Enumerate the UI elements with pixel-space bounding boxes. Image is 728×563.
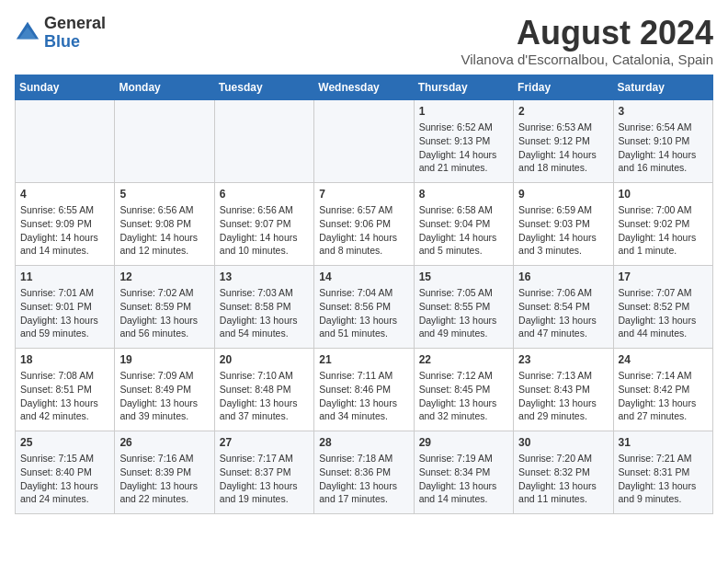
calendar-cell: 2Sunrise: 6:53 AMSunset: 9:12 PMDaylight… (514, 99, 613, 182)
calendar-cell: 11Sunrise: 7:01 AMSunset: 9:01 PMDayligh… (16, 265, 115, 348)
calendar-cell: 26Sunrise: 7:16 AMSunset: 8:39 PMDayligh… (115, 431, 214, 513)
header-thursday: Thursday (414, 75, 513, 99)
day-number: 1 (419, 104, 508, 120)
header-row: Sunday Monday Tuesday Wednesday Thursday… (16, 75, 713, 99)
day-number: 20 (220, 352, 309, 368)
calendar-cell: 1Sunrise: 6:52 AMSunset: 9:13 PMDaylight… (414, 99, 513, 182)
calendar-cell: 3Sunrise: 6:54 AMSunset: 9:10 PMDaylight… (613, 99, 712, 182)
day-number: 11 (20, 270, 109, 285)
day-info: Sunrise: 7:16 AMSunset: 8:39 PMDaylight:… (119, 452, 209, 506)
day-info: Sunrise: 6:54 AMSunset: 9:10 PMDaylight:… (619, 121, 708, 175)
day-info: Sunrise: 7:18 AMSunset: 8:36 PMDaylight:… (319, 452, 408, 506)
day-info: Sunrise: 6:58 AMSunset: 9:04 PMDaylight:… (419, 203, 508, 258)
calendar-cell: 21Sunrise: 7:11 AMSunset: 8:46 PMDayligh… (314, 348, 414, 431)
day-number: 16 (518, 270, 608, 285)
day-info: Sunrise: 7:15 AMSunset: 8:40 PMDaylight:… (20, 452, 109, 506)
day-number: 25 (20, 435, 109, 451)
calendar-cell: 23Sunrise: 7:13 AMSunset: 8:43 PMDayligh… (514, 348, 613, 431)
day-info: Sunrise: 7:14 AMSunset: 8:42 PMDaylight:… (619, 369, 708, 423)
day-info: Sunrise: 6:53 AMSunset: 9:12 PMDaylight:… (518, 121, 608, 175)
day-info: Sunrise: 7:02 AMSunset: 8:59 PMDaylight:… (119, 286, 209, 340)
calendar-cell: 31Sunrise: 7:21 AMSunset: 8:31 PMDayligh… (613, 431, 712, 513)
calendar-cell: 12Sunrise: 7:02 AMSunset: 8:59 PMDayligh… (115, 265, 214, 348)
calendar-cell: 28Sunrise: 7:18 AMSunset: 8:36 PMDayligh… (314, 431, 414, 513)
title-block: August 2024 Vilanova d'Escornalbou, Cata… (461, 15, 713, 67)
day-number: 30 (518, 435, 608, 451)
calendar-week-4: 18Sunrise: 7:08 AMSunset: 8:51 PMDayligh… (16, 348, 713, 431)
calendar-cell: 16Sunrise: 7:06 AMSunset: 8:54 PMDayligh… (514, 265, 613, 348)
day-info: Sunrise: 7:05 AMSunset: 8:55 PMDaylight:… (419, 286, 508, 340)
calendar-week-1: 1Sunrise: 6:52 AMSunset: 9:13 PMDaylight… (16, 99, 713, 182)
calendar-cell: 24Sunrise: 7:14 AMSunset: 8:42 PMDayligh… (613, 348, 712, 431)
day-info: Sunrise: 7:13 AMSunset: 8:43 PMDaylight:… (518, 369, 608, 423)
calendar-cell: 15Sunrise: 7:05 AMSunset: 8:55 PMDayligh… (414, 265, 513, 348)
day-number: 23 (518, 352, 608, 368)
day-number: 31 (619, 435, 708, 451)
calendar-week-5: 25Sunrise: 7:15 AMSunset: 8:40 PMDayligh… (16, 431, 713, 513)
day-info: Sunrise: 7:17 AMSunset: 8:37 PMDaylight:… (220, 452, 309, 506)
day-info: Sunrise: 7:04 AMSunset: 8:56 PMDaylight:… (319, 286, 408, 340)
calendar-cell: 29Sunrise: 7:19 AMSunset: 8:34 PMDayligh… (414, 431, 513, 513)
calendar-cell: 25Sunrise: 7:15 AMSunset: 8:40 PMDayligh… (16, 431, 115, 513)
day-info: Sunrise: 7:07 AMSunset: 8:52 PMDaylight:… (619, 286, 708, 340)
day-info: Sunrise: 7:11 AMSunset: 8:46 PMDaylight:… (319, 369, 408, 423)
day-number: 29 (419, 435, 508, 451)
logo-icon (15, 20, 40, 46)
calendar-cell: 9Sunrise: 6:59 AMSunset: 9:03 PMDaylight… (514, 182, 613, 265)
day-info: Sunrise: 7:03 AMSunset: 8:58 PMDaylight:… (220, 286, 309, 340)
day-number: 6 (220, 187, 309, 202)
day-number: 5 (119, 187, 209, 202)
calendar-body: 1Sunrise: 6:52 AMSunset: 9:13 PMDaylight… (16, 99, 713, 513)
header-monday: Monday (115, 75, 214, 99)
day-info: Sunrise: 6:57 AMSunset: 9:06 PMDaylight:… (319, 203, 408, 258)
calendar-cell: 19Sunrise: 7:09 AMSunset: 8:49 PMDayligh… (115, 348, 214, 431)
month-year-title: August 2024 (461, 15, 713, 52)
calendar-cell (16, 99, 115, 182)
day-number: 19 (119, 352, 209, 368)
calendar-table: Sunday Monday Tuesday Wednesday Thursday… (15, 75, 713, 514)
day-info: Sunrise: 6:55 AMSunset: 9:09 PMDaylight:… (20, 203, 109, 258)
page-header: General Blue August 2024 Vilanova d'Esco… (15, 15, 713, 67)
day-number: 9 (518, 187, 608, 202)
day-info: Sunrise: 6:52 AMSunset: 9:13 PMDaylight:… (419, 121, 508, 175)
calendar-cell: 22Sunrise: 7:12 AMSunset: 8:45 PMDayligh… (414, 348, 513, 431)
day-number: 14 (319, 270, 408, 285)
day-number: 15 (419, 270, 508, 285)
day-number: 13 (220, 270, 309, 285)
day-number: 17 (619, 270, 708, 285)
day-number: 2 (518, 104, 608, 120)
day-info: Sunrise: 7:21 AMSunset: 8:31 PMDaylight:… (619, 452, 708, 506)
day-info: Sunrise: 7:12 AMSunset: 8:45 PMDaylight:… (419, 369, 508, 423)
header-tuesday: Tuesday (214, 75, 313, 99)
calendar-cell: 4Sunrise: 6:55 AMSunset: 9:09 PMDaylight… (16, 182, 115, 265)
day-number: 4 (20, 187, 109, 202)
calendar-cell: 17Sunrise: 7:07 AMSunset: 8:52 PMDayligh… (613, 265, 712, 348)
day-info: Sunrise: 7:06 AMSunset: 8:54 PMDaylight:… (518, 286, 608, 340)
calendar-cell (314, 99, 414, 182)
header-sunday: Sunday (16, 75, 115, 99)
day-number: 26 (119, 435, 209, 451)
day-info: Sunrise: 6:56 AMSunset: 9:07 PMDaylight:… (220, 203, 309, 258)
calendar-cell (115, 99, 214, 182)
day-number: 21 (319, 352, 408, 368)
day-number: 12 (119, 270, 209, 285)
day-info: Sunrise: 7:00 AMSunset: 9:02 PMDaylight:… (619, 203, 708, 258)
day-number: 8 (419, 187, 508, 202)
day-number: 27 (220, 435, 309, 451)
calendar-week-3: 11Sunrise: 7:01 AMSunset: 9:01 PMDayligh… (16, 265, 713, 348)
calendar-cell: 6Sunrise: 6:56 AMSunset: 9:07 PMDaylight… (214, 182, 313, 265)
day-info: Sunrise: 7:20 AMSunset: 8:32 PMDaylight:… (518, 452, 608, 506)
day-info: Sunrise: 7:10 AMSunset: 8:48 PMDaylight:… (220, 369, 309, 423)
calendar-cell: 27Sunrise: 7:17 AMSunset: 8:37 PMDayligh… (214, 431, 313, 513)
header-friday: Friday (514, 75, 613, 99)
calendar-week-2: 4Sunrise: 6:55 AMSunset: 9:09 PMDaylight… (16, 182, 713, 265)
day-info: Sunrise: 7:09 AMSunset: 8:49 PMDaylight:… (119, 369, 209, 423)
calendar-cell: 18Sunrise: 7:08 AMSunset: 8:51 PMDayligh… (16, 348, 115, 431)
calendar-cell: 10Sunrise: 7:00 AMSunset: 9:02 PMDayligh… (613, 182, 712, 265)
header-wednesday: Wednesday (314, 75, 414, 99)
day-number: 7 (319, 187, 408, 202)
day-number: 18 (20, 352, 109, 368)
logo: General Blue (15, 15, 106, 52)
calendar-cell (214, 99, 313, 182)
day-info: Sunrise: 6:59 AMSunset: 9:03 PMDaylight:… (518, 203, 608, 258)
